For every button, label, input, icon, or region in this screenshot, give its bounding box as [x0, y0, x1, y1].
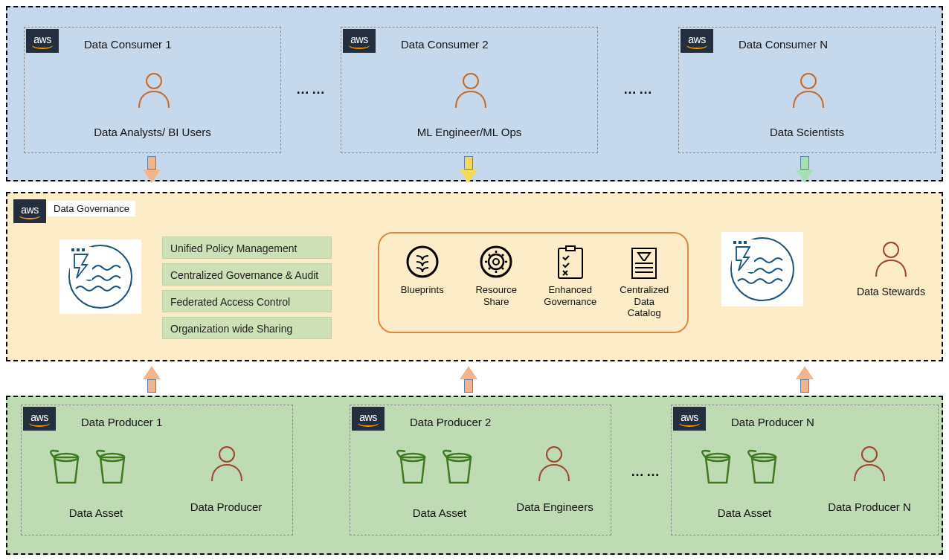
bucket-icon	[441, 448, 477, 486]
arrow-down-icon	[460, 156, 477, 184]
arrow-down-icon	[143, 156, 161, 184]
arrow-up-icon	[460, 366, 477, 394]
aws-logo-icon: aws	[23, 407, 56, 431]
governance-capabilities: Blueprints Resource Share Enhanced Gover…	[378, 232, 689, 333]
bucket-icon	[94, 448, 130, 486]
policy-item: Unified Policy Management	[162, 236, 332, 259]
policy-item: Organization wide Sharing	[162, 317, 332, 339]
producer-role: Data Producer	[170, 501, 282, 513]
consumer-title: Data Consumer 1	[84, 38, 172, 51]
policy-item: Federated Access Control	[162, 290, 332, 312]
policy-item: Centralized Governance & Audit	[162, 263, 332, 286]
gov-item-enhanced-governance: Enhanced Governance	[541, 244, 600, 307]
consumer-card-2: aws Data Consumer 2 ML Engineer/ML Ops	[341, 27, 598, 153]
aws-logo-icon: aws	[343, 29, 376, 53]
producer-role: Data Engineers	[499, 501, 611, 513]
person-icon	[850, 444, 889, 483]
consumer-role: Data Scientists	[679, 126, 935, 138]
governance-layer: aws Data Governance Unified Policy Manag…	[6, 192, 943, 361]
governance-title: Data Governance	[48, 201, 135, 216]
blueprints-icon	[405, 244, 440, 280]
consumer-role: ML Engineer/ML Ops	[341, 126, 597, 138]
bucket-icon	[700, 448, 736, 486]
consumer-title: Data Consumer N	[739, 38, 828, 51]
data-stewards: Data Stewards	[848, 239, 934, 297]
gov-item-resource-share: Resource Share	[467, 244, 527, 307]
aws-logo-icon: aws	[26, 29, 59, 53]
aws-logo-icon: aws	[681, 29, 713, 53]
bucket-icon	[746, 448, 782, 486]
asset-label: Data Asset	[700, 506, 789, 519]
ellipsis-icon: ……	[623, 82, 654, 97]
aws-logo-icon: aws	[673, 407, 706, 431]
arrow-up-icon	[796, 366, 814, 394]
producer-card-n: aws Data Producer N Data Asset Data Prod…	[671, 405, 939, 535]
arrow-down-icon	[796, 156, 814, 184]
asset-label: Data Asset	[395, 506, 484, 519]
producer-role: Data Producer N	[810, 501, 929, 513]
consumer-title: Data Consumer 2	[401, 38, 489, 51]
policy-list: Unified Policy Management Centralized Go…	[162, 236, 332, 344]
producer-title: Data Producer N	[731, 416, 814, 428]
centralized-catalog-icon	[626, 244, 662, 280]
person-icon	[451, 71, 490, 109]
lake-formation-icon	[721, 232, 803, 306]
asset-label: Data Asset	[51, 506, 141, 519]
aws-logo-icon: aws	[13, 199, 46, 223]
producer-card-2: aws Data Producer 2 Data Asset Data Engi…	[350, 405, 611, 535]
consumers-layer: aws Data Consumer 1 Data Analysts/ BI Us…	[6, 6, 943, 181]
person-icon	[789, 71, 828, 109]
person-icon	[135, 71, 173, 109]
bucket-icon	[395, 448, 431, 486]
ellipsis-icon: ……	[296, 82, 327, 97]
person-icon	[208, 444, 246, 483]
gov-item-centralized-catalog: Centralized Data Catalog	[615, 244, 675, 319]
lake-formation-icon	[59, 239, 141, 314]
consumer-role: Data Analysts/ BI Users	[25, 126, 280, 138]
consumer-card-n: aws Data Consumer N Data Scientists	[678, 27, 936, 153]
aws-logo-icon: aws	[352, 407, 385, 431]
bucket-icon	[48, 448, 84, 486]
producer-card-1: aws Data Producer 1 Data Asset Data Prod…	[21, 405, 293, 535]
ellipsis-icon: ……	[631, 464, 662, 480]
resource-share-icon	[478, 244, 514, 280]
arrow-up-icon	[143, 366, 161, 394]
enhanced-governance-icon	[553, 244, 588, 280]
gov-item-blueprints: Blueprints	[393, 244, 452, 296]
consumer-card-1: aws Data Consumer 1 Data Analysts/ BI Us…	[24, 27, 281, 153]
person-icon	[872, 239, 910, 278]
producer-title: Data Producer 2	[410, 416, 491, 428]
producers-layer: aws Data Producer 1 Data Asset Data Prod…	[6, 396, 943, 555]
person-icon	[535, 444, 573, 483]
producer-title: Data Producer 1	[81, 416, 162, 428]
